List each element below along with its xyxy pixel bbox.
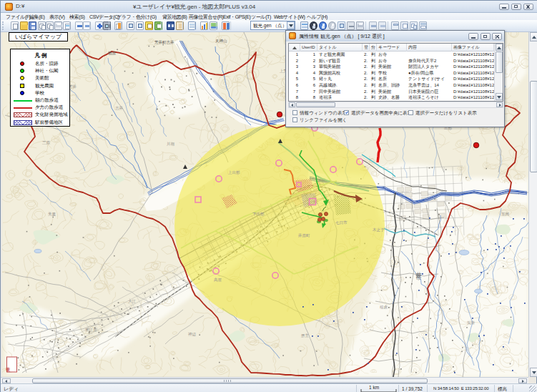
svg-text:井原町: 井原町 [298,233,310,237]
svg-text:楢原: 楢原 [108,51,117,55]
svg-text:県主: 県主 [301,333,310,338]
svg-text:上出部: 上出部 [228,170,240,175]
svg-text:下出部: 下出部 [252,212,265,217]
svg-text:川相: 川相 [167,142,174,146]
svg-text:大江: 大江 [128,299,137,304]
svg-text:芳井町吉井: 芳井町吉井 [154,40,174,44]
svg-text:木之子: 木之子 [373,227,385,232]
svg-text:美星: 美星 [48,212,56,216]
svg-text:吉井: 吉井 [115,106,124,110]
svg-text:東江原: 東江原 [85,328,97,333]
svg-text:七日市: 七日市 [335,220,348,225]
svg-text:神辺: 神辺 [188,332,197,336]
svg-text:高屋: 高屋 [214,278,222,282]
svg-text:三原: 三原 [42,140,51,144]
svg-text:稲倉: 稲倉 [380,305,388,309]
svg-text:天神山: 天神山 [215,39,227,43]
svg-text:矢掛: 矢掛 [467,320,476,325]
svg-text:笠岡: 笠岡 [501,212,509,216]
